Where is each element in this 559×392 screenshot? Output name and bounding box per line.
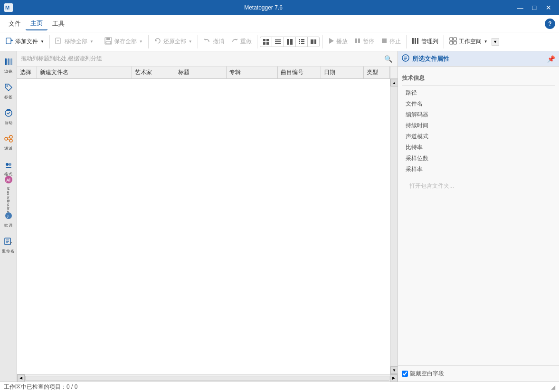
svg-rect-29 — [358, 38, 360, 43]
help-button[interactable]: ? — [545, 19, 555, 29]
svg-marker-27 — [329, 38, 334, 44]
v-scroll-track[interactable] — [390, 86, 398, 366]
v-scroll-up[interactable]: ▲ — [390, 79, 398, 86]
property-channel-mode[interactable]: 声道模式 — [402, 131, 555, 142]
svg-rect-28 — [355, 38, 357, 43]
pin-button[interactable]: 📌 — [547, 55, 555, 63]
restore-all-icon — [154, 37, 161, 46]
property-filename[interactable]: 文件名 — [402, 98, 555, 109]
property-duration[interactable]: 持续时间 — [402, 120, 555, 131]
right-panel-footer: 隐藏空白字段 — [398, 365, 559, 382]
undo-button[interactable]: 撤消 — [200, 35, 227, 48]
property-bitrate[interactable]: 比特率 — [402, 142, 555, 153]
col-select[interactable]: 选择 — [17, 67, 37, 78]
svg-rect-16 — [275, 43, 281, 44]
technical-info-title: 技术信息 — [402, 72, 555, 86]
toolbar: 添加文件 ▼ 移除全部 ▼ 保存全部 ▼ — [0, 32, 559, 51]
svg-rect-32 — [415, 38, 416, 44]
right-panel: 所选文件属性 📌 技术信息 路径 文件名 编解码器 持续时间 声道模式 比特率 … — [398, 51, 559, 382]
manage-cols-button[interactable]: 管理列 — [409, 35, 441, 48]
workspace-button[interactable]: 工作空间 ▼ — [446, 35, 491, 48]
toolbar-expand-button[interactable]: ▼ — [492, 38, 499, 46]
property-sample-rate[interactable]: 采样率 — [402, 164, 555, 175]
sidebar-item-lyrics[interactable]: ♪ 歌词 — [1, 207, 16, 232]
col-artist[interactable]: 艺术家 — [132, 67, 175, 78]
close-button[interactable]: ✕ — [542, 1, 555, 14]
col-title[interactable]: 标题 — [175, 67, 227, 78]
svg-rect-23 — [301, 41, 304, 42]
h-scroll-track[interactable] — [25, 376, 389, 381]
svg-rect-24 — [301, 43, 304, 44]
menu-home[interactable]: 主页 — [26, 17, 47, 30]
h-scroll-left[interactable]: ◀ — [17, 374, 25, 382]
menu-tools[interactable]: 工具 — [47, 18, 69, 30]
table-header: 选择 新建文件名 艺术家 标题 专辑 曲目编号 日期 — [17, 67, 398, 79]
sidebar: 滤镜 标签 自动 — [0, 51, 17, 382]
add-file-arrow: ▼ — [40, 39, 44, 44]
svg-rect-34 — [450, 38, 453, 40]
save-all-button[interactable]: 保存全部 ▼ — [102, 35, 146, 48]
redo-label: 重做 — [240, 38, 252, 46]
save-all-label: 保存全部 — [114, 38, 137, 46]
view-btn-2[interactable] — [272, 37, 284, 47]
maximize-button[interactable]: □ — [528, 1, 541, 14]
property-sample-bits[interactable]: 采样位数 — [402, 153, 555, 164]
col-filename[interactable]: 新建文件名 — [37, 67, 132, 78]
sidebar-item-library[interactable]: 滤镜 — [1, 53, 16, 78]
stop-button[interactable]: 停止 — [378, 36, 404, 48]
h-scroll-right[interactable]: ▶ — [390, 374, 398, 382]
hide-empty-label[interactable]: 隐藏空白字段 — [402, 370, 444, 378]
view-btn-4[interactable] — [296, 37, 308, 47]
col-date[interactable]: 日期 — [321, 67, 364, 78]
file-table: 选择 新建文件名 艺术家 标题 专辑 曲目编号 日期 — [17, 67, 398, 382]
musicbrainz-icon: Ai — [4, 175, 13, 187]
content-area: 拖动列标题到此处,根据读列分组 🔍 选择 新建文件名 艺术家 标题 专辑 — [17, 51, 398, 382]
minimize-button[interactable]: — — [513, 1, 527, 14]
resize-handle[interactable]: ◢ — [551, 384, 555, 391]
sep1 — [49, 35, 50, 48]
open-folder-row: 打开包含文件夹... — [398, 177, 559, 195]
redo-button[interactable]: 重做 — [228, 35, 255, 48]
add-file-button[interactable]: 添加文件 ▼ — [3, 35, 47, 48]
svg-rect-11 — [266, 39, 269, 41]
sidebar-item-auto[interactable]: 自动 — [1, 105, 16, 129]
v-scroll-header — [390, 67, 398, 78]
view-btn-5[interactable] — [308, 37, 319, 47]
sidebar-item-tags[interactable]: 标签 — [1, 79, 16, 104]
svg-text:Ai: Ai — [6, 178, 10, 182]
property-path[interactable]: 路径 — [402, 87, 555, 98]
menu-bar: 文件 主页 工具 ? — [0, 15, 559, 32]
svg-rect-39 — [8, 58, 9, 65]
menu-file[interactable]: 文件 — [4, 18, 26, 30]
stop-icon — [381, 38, 388, 46]
col-track[interactable]: 曲目编号 — [278, 67, 321, 78]
hide-empty-checkbox[interactable] — [402, 371, 408, 377]
sep6 — [322, 35, 322, 48]
svg-line-48 — [8, 139, 9, 140]
sidebar-item-rename[interactable]: 重命名 — [1, 233, 16, 258]
play-button[interactable]: 播放 — [325, 36, 351, 48]
view-btn-1[interactable] — [260, 37, 272, 47]
sep7 — [406, 35, 407, 48]
manage-cols-icon — [412, 37, 419, 46]
svg-rect-26 — [314, 39, 316, 44]
restore-all-button[interactable]: 还原全部 ▼ — [151, 35, 195, 48]
svg-rect-37 — [454, 41, 456, 44]
play-label: 播放 — [336, 38, 348, 46]
remove-all-label: 移除全部 — [65, 38, 87, 46]
table-body-area: ▲ ▼ — [17, 79, 398, 374]
property-codec[interactable]: 编解码器 — [402, 109, 555, 120]
pause-button[interactable]: 暂停 — [351, 36, 377, 48]
search-icon-button[interactable]: 🔍 — [382, 53, 394, 65]
remove-all-button[interactable]: 移除全部 ▼ — [52, 35, 96, 48]
view-btn-3[interactable] — [284, 37, 296, 47]
sidebar-item-source[interactable]: 源派 — [1, 130, 16, 155]
table-body[interactable] — [17, 79, 390, 362]
col-album[interactable]: 专辑 — [227, 67, 278, 78]
rename-label: 重命名 — [2, 249, 15, 254]
sidebar-item-musicbrainz[interactable]: Ai MusicBrainz — [1, 182, 16, 206]
source-icon — [4, 134, 13, 146]
title-bar: M Metatogger 7.6 — □ ✕ — [0, 0, 559, 15]
col-type[interactable]: 类型 — [364, 67, 390, 78]
v-scroll-down[interactable]: ▼ — [390, 366, 398, 374]
